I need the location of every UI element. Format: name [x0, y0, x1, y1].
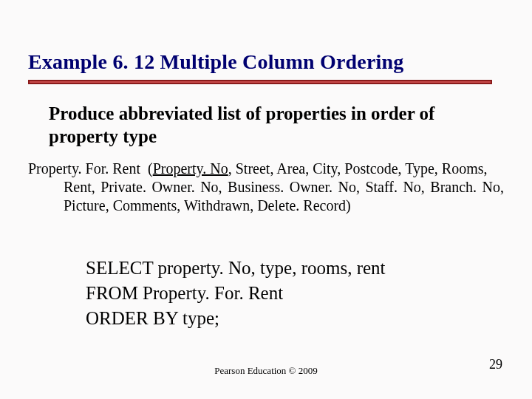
sql-line-1: SELECT property. No, type, rooms, rent: [86, 258, 386, 278]
slide: Example 6. 12 Multiple Column Ordering P…: [0, 0, 532, 399]
slide-title: Example 6. 12 Multiple Column Ordering: [28, 50, 404, 74]
schema-definition: Property. For. Rent (Property. No, Stree…: [28, 160, 504, 215]
sql-line-2: FROM Property. For. Rent: [86, 283, 283, 303]
page-number: 29: [489, 357, 502, 372]
title-rule-inner: [30, 81, 491, 83]
relation-name: Property. For. Rent: [28, 160, 140, 177]
sql-line-3: ORDER BY type;: [86, 308, 219, 328]
schema-attrs-cont: Rent, Private. Owner. No, Business. Owne…: [28, 178, 504, 215]
footer-copyright: Pearson Education © 2009: [0, 365, 532, 377]
primary-key: Property. No: [153, 160, 228, 177]
slide-subtitle: Produce abbreviated list of properties i…: [49, 102, 488, 149]
sql-block: SELECT property. No, type, rooms, rent F…: [86, 256, 386, 330]
schema-attrs-line1: , Street, Area, City, Postcode, Type, Ro…: [228, 160, 488, 177]
